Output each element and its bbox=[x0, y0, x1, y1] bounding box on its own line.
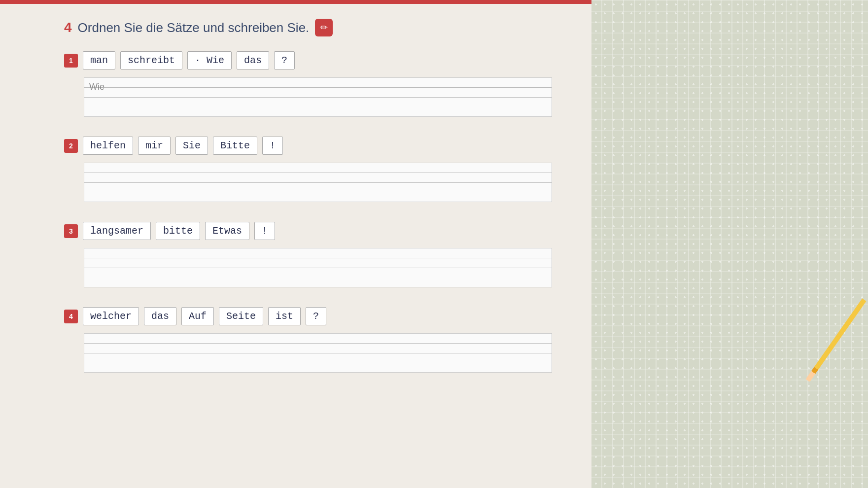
line bbox=[84, 258, 552, 258]
word-card: ! bbox=[254, 222, 275, 240]
word-card: langsamer bbox=[83, 222, 151, 240]
word-card: Sie bbox=[175, 137, 208, 155]
word-card: ? bbox=[274, 51, 295, 70]
line bbox=[84, 87, 552, 88]
line bbox=[84, 97, 552, 98]
block-number-4: 4 bbox=[64, 310, 78, 323]
main-exercise-number: 4 bbox=[64, 20, 72, 35]
exercise-title: Ordnen Sie die Sätze und schreiben Sie. bbox=[78, 20, 310, 35]
word-card: man bbox=[83, 51, 115, 70]
words-row-1: 1 man schreibt · Wie das ? bbox=[64, 51, 552, 70]
writing-lines-1[interactable]: Wie bbox=[84, 77, 552, 117]
block-number-2: 2 bbox=[64, 139, 78, 153]
edit-icon[interactable]: ✏ bbox=[315, 19, 333, 36]
content-area: 4 Ordnen Sie die Sätze und schreiben Sie… bbox=[0, 4, 591, 407]
line bbox=[84, 173, 552, 173]
word-card: · Wie bbox=[187, 51, 232, 70]
exercise-block-2: 2 helfen mir Sie Bitte ! bbox=[64, 137, 552, 202]
writing-lines-4[interactable] bbox=[84, 333, 552, 373]
line bbox=[84, 268, 552, 268]
line bbox=[84, 343, 552, 344]
writing-lines-3[interactable] bbox=[84, 248, 552, 287]
word-card: das bbox=[144, 307, 176, 325]
words-row-3: 3 langsamer bitte Etwas ! bbox=[64, 222, 552, 240]
sidebar-decorative bbox=[591, 0, 868, 488]
word-card: mir bbox=[138, 137, 171, 155]
exercise-header: 4 Ordnen Sie die Sätze und schreiben Sie… bbox=[64, 19, 552, 36]
word-card: Seite bbox=[219, 307, 263, 325]
word-card: ist bbox=[268, 307, 301, 325]
word-card: Auf bbox=[181, 307, 214, 325]
worksheet-page: 4 Ordnen Sie die Sätze und schreiben Sie… bbox=[0, 0, 591, 488]
word-card: welcher bbox=[83, 307, 139, 325]
exercise-block-3: 3 langsamer bitte Etwas ! bbox=[64, 222, 552, 287]
writing-lines-2[interactable] bbox=[84, 163, 552, 202]
word-card: Etwas bbox=[205, 222, 249, 240]
words-row-4: 4 welcher das Auf Seite ist ? bbox=[64, 307, 552, 325]
exercise-block-1: 1 man schreibt · Wie das ? Wie bbox=[64, 51, 552, 117]
top-bar bbox=[0, 0, 591, 4]
word-card: Bitte bbox=[213, 137, 257, 155]
word-card: schreibt bbox=[120, 51, 182, 70]
block-number-1: 1 bbox=[64, 54, 78, 68]
block-number-3: 3 bbox=[64, 224, 78, 238]
line bbox=[84, 182, 552, 183]
lace-pattern bbox=[591, 0, 868, 488]
words-row-2: 2 helfen mir Sie Bitte ! bbox=[64, 137, 552, 155]
word-card: bitte bbox=[156, 222, 200, 240]
word-card: das bbox=[237, 51, 269, 70]
line bbox=[84, 353, 552, 353]
word-card: ? bbox=[306, 307, 326, 325]
word-card: ! bbox=[262, 137, 283, 155]
word-card: helfen bbox=[83, 137, 133, 155]
answer-text-1: Wie bbox=[89, 82, 104, 92]
exercise-block-4: 4 welcher das Auf Seite ist ? bbox=[64, 307, 552, 373]
